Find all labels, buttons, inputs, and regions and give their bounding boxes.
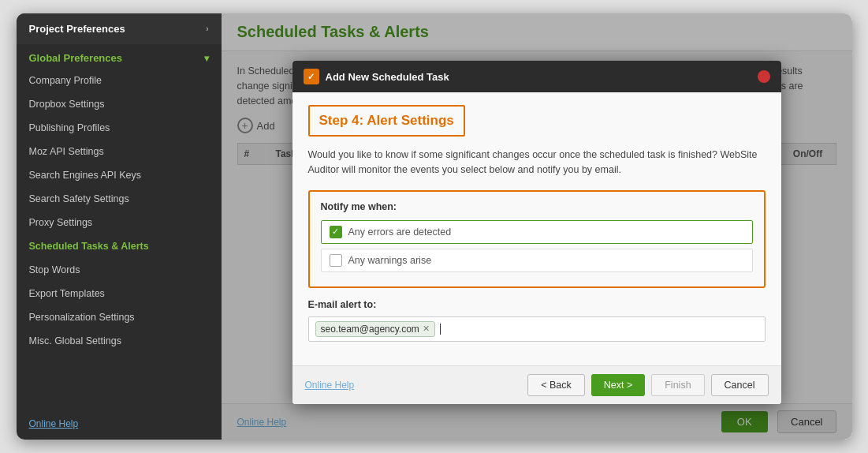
modal-footer-buttons: < Back Next > Finish Cancel: [527, 374, 768, 396]
modal-step-title: Step 4: Alert Settings: [308, 105, 465, 137]
sidebar-item-moz-api-settings[interactable]: Moz API Settings: [17, 140, 222, 163]
modal-close-button[interactable]: [758, 70, 770, 83]
modal-footer: Online Help < Back Next > Finish Cancel: [292, 365, 781, 404]
sidebar-item-company-profile[interactable]: Company Profile: [17, 69, 222, 92]
sidebar-online-help-link[interactable]: Online Help: [29, 418, 79, 429]
sidebar-item-misc-global-settings[interactable]: Misc. Global Settings: [17, 329, 222, 353]
next-button[interactable]: Next >: [591, 374, 645, 396]
chevron-down-icon: ▾: [204, 53, 209, 64]
notify-option-errors[interactable]: Any errors are detected: [321, 220, 753, 244]
app-window: Project Preferences › Global Preferences…: [17, 13, 852, 440]
sidebar-global-label: Global Preferences: [29, 52, 123, 64]
modal-online-help-link[interactable]: Online Help: [305, 380, 355, 391]
notify-section: Notify me when: Any errors are detected …: [308, 190, 766, 288]
email-tag-text: seo.team@agency.com: [321, 324, 419, 335]
sidebar-project-label: Project Preferences: [29, 23, 125, 35]
warnings-option-text: Any warnings arise: [348, 255, 432, 266]
modal-title-text: Add New Scheduled Task: [326, 71, 449, 83]
modal-titlebar: ✓ Add New Scheduled Task: [292, 61, 781, 92]
sidebar-item-scheduled-tasks[interactable]: Scheduled Tasks & Alerts: [17, 234, 222, 258]
sidebar-item-export-templates[interactable]: Export Templates: [17, 282, 222, 305]
notify-option-warnings[interactable]: Any warnings arise: [321, 249, 753, 272]
back-button[interactable]: < Back: [527, 374, 585, 396]
sidebar-bottom: Online Help: [17, 406, 222, 440]
sidebar-item-dropbox-settings[interactable]: Dropbox Settings: [17, 92, 222, 116]
email-tag-close-icon[interactable]: ✕: [423, 324, 430, 334]
warnings-checkbox[interactable]: [330, 254, 342, 267]
sidebar-item-search-safety-settings[interactable]: Search Safety Settings: [17, 187, 222, 211]
sidebar-item-personalization-settings[interactable]: Personalization Settings: [17, 305, 222, 329]
sidebar-project-arrow: ›: [206, 24, 208, 33]
modal-cancel-button[interactable]: Cancel: [711, 374, 769, 396]
modal-body: Step 4: Alert Settings Would you like to…: [292, 92, 781, 365]
sidebar-item-stop-words[interactable]: Stop Words: [17, 258, 222, 282]
modal-dialog: ✓ Add New Scheduled Task Step 4: Alert S…: [292, 61, 781, 404]
email-tag: seo.team@agency.com ✕: [315, 321, 435, 337]
modal-title-left: ✓ Add New Scheduled Task: [304, 69, 449, 84]
sidebar: Project Preferences › Global Preferences…: [17, 13, 222, 440]
sidebar-item-publishing-profiles[interactable]: Publishing Profiles: [17, 116, 222, 140]
sidebar-global-preferences[interactable]: Global Preferences ▾: [17, 44, 222, 69]
modal-icon: ✓: [304, 69, 319, 84]
email-cursor: [440, 324, 441, 335]
email-label: E-mail alert to:: [308, 299, 766, 310]
errors-checkbox[interactable]: [330, 226, 342, 238]
sidebar-project-preferences[interactable]: Project Preferences ›: [17, 13, 222, 44]
email-section: E-mail alert to: seo.team@agency.com ✕: [308, 299, 766, 342]
modal-overlay: ✓ Add New Scheduled Task Step 4: Alert S…: [222, 13, 852, 440]
main-content: Scheduled Tasks & Alerts In Scheduled Ta…: [222, 13, 852, 440]
errors-option-text: Any errors are detected: [348, 226, 452, 238]
notify-label: Notify me when:: [321, 201, 753, 212]
email-input-row[interactable]: seo.team@agency.com ✕: [308, 316, 766, 342]
sidebar-item-proxy-settings[interactable]: Proxy Settings: [17, 211, 222, 234]
modal-description: Would you like to know if some significa…: [308, 148, 766, 178]
finish-button[interactable]: Finish: [651, 374, 704, 396]
sidebar-item-search-engines-api-keys[interactable]: Search Engines API Keys: [17, 163, 222, 187]
